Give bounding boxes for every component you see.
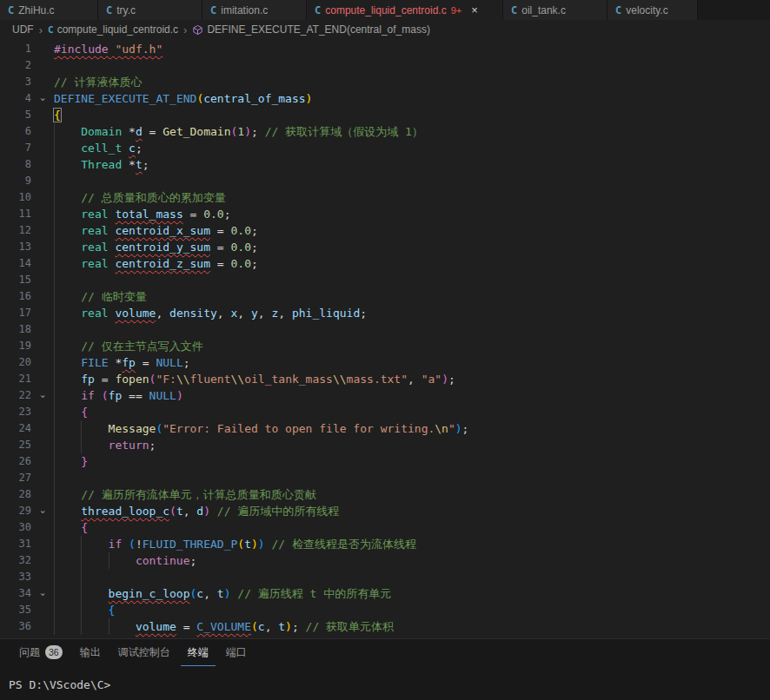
line-number: 2: [0, 57, 31, 74]
code-token: phi_liquid: [292, 307, 360, 320]
indent-guide: [54, 206, 81, 222]
tab-oil_tank-c[interactable]: Coil_tank.c: [503, 0, 607, 20]
fold-gutter: [31, 123, 54, 140]
code-line[interactable]: 16// 临时变量: [0, 288, 770, 305]
panel-tab-问题[interactable]: 问题36: [12, 640, 70, 666]
code-line[interactable]: 13real centroid_y_sum = 0.0;: [0, 239, 770, 255]
panel-tab-终端[interactable]: 终端: [181, 640, 216, 666]
code-line[interactable]: 19// 仅在主节点写入文件: [0, 338, 770, 354]
code-line[interactable]: 1#include "udf.h": [0, 41, 770, 57]
breadcrumb-item[interactable]: DEFINE_EXECUTE_AT_END(central_of_mass): [192, 23, 430, 36]
fold-gutter: [31, 206, 54, 222]
code-token: c: [258, 620, 265, 633]
code-line[interactable]: 36volume = C_VOLUME(c, t); // 获取单元体积: [0, 618, 770, 635]
code-line[interactable]: 30{: [0, 519, 770, 536]
code-token: // 获取计算域（假设为域 1）: [265, 125, 423, 138]
code-line[interactable]: 28// 遍历所有流体单元，计算总质量和质心贡献: [0, 486, 770, 503]
code-token: ;: [292, 620, 306, 633]
fold-gutter: [31, 272, 54, 288]
code-line[interactable]: 20FILE *fp = NULL;: [0, 354, 770, 371]
code-line[interactable]: 3// 计算液体质心: [0, 74, 770, 90]
code-token: continue: [136, 554, 190, 567]
code-line[interactable]: 15: [0, 272, 770, 288]
tab-imitation-c[interactable]: Cimitation.c: [202, 0, 307, 20]
indent-guide: [54, 453, 81, 470]
indent-guide: [54, 272, 81, 288]
code-line[interactable]: 5{: [0, 107, 770, 123]
tab-try-c[interactable]: Ctry.c: [98, 0, 202, 20]
code-line[interactable]: 2: [0, 57, 770, 74]
code-line[interactable]: 21fp = fopen("F:\\fluent\\oil_tank_mass\…: [0, 371, 770, 387]
code-editor[interactable]: 1#include "udf.h"23// 计算液体质心4›DEFINE_EXE…: [0, 39, 770, 638]
code-content: {: [54, 107, 770, 123]
code-content: real centroid_z_sum = 0.0;: [54, 255, 770, 272]
fold-chevron-icon[interactable]: ›: [31, 585, 54, 602]
indent-guide: [54, 123, 81, 140]
terminal-prompt: PS D:\VScode\C>: [9, 678, 110, 691]
code-line[interactable]: 32continue;: [0, 552, 770, 569]
indent-guide: [54, 618, 81, 635]
indent-guide: [54, 519, 81, 536]
line-number: 27: [0, 470, 31, 486]
tab-problems-badge: 9+: [451, 5, 462, 16]
code-line[interactable]: 35{: [0, 602, 770, 618]
code-line[interactable]: 14real centroid_z_sum = 0.0;: [0, 255, 770, 272]
code-line[interactable]: 18: [0, 321, 770, 338]
code-line[interactable]: 12real centroid_x_sum = 0.0;: [0, 222, 770, 239]
code-token: t: [244, 538, 251, 551]
indent-guide: [54, 569, 81, 585]
breadcrumb-item[interactable]: UDF: [12, 23, 34, 36]
code-line[interactable]: 24Message("Error: Failed to open file fo…: [0, 420, 770, 437]
panel-tab-输出[interactable]: 输出: [73, 640, 108, 666]
code-token: 0.0: [203, 208, 223, 221]
fold-chevron-icon[interactable]: ›: [31, 503, 54, 519]
line-number: 17: [0, 305, 31, 321]
code-line[interactable]: 4›DEFINE_EXECUTE_AT_END(central_of_mass): [0, 90, 770, 107]
code-token: NULL: [156, 356, 183, 369]
line-number: 1: [0, 41, 31, 57]
fold-chevron-icon[interactable]: ›: [31, 387, 54, 404]
indent-guide: [54, 387, 81, 404]
tab-close-icon[interactable]: ×: [471, 4, 478, 16]
panel-tab-调试控制台[interactable]: 调试控制台: [111, 640, 177, 666]
code-token: 0.0: [231, 257, 251, 270]
code-line[interactable]: 6Domain *d = Get_Domain(1); // 获取计算域（假设为…: [0, 123, 770, 140]
tab-compute_liquid_centroid-c[interactable]: Ccompute_liquid_centroid.c9+×: [307, 0, 503, 20]
code-line[interactable]: 31if (!FLUID_THREAD_P(t)) // 检查线程是否为流体线程: [0, 536, 770, 552]
code-token: oil_tank_mass: [244, 373, 333, 386]
fold-chevron-icon[interactable]: ›: [31, 90, 54, 107]
code-content: // 临时变量: [54, 288, 770, 305]
code-token: ): [441, 373, 448, 386]
code-line[interactable]: 33: [0, 569, 770, 585]
code-line[interactable]: 8Thread *t;: [0, 156, 770, 173]
fold-gutter: [31, 173, 54, 189]
indent-guide: [54, 420, 81, 437]
code-line[interactable]: 9: [0, 173, 770, 189]
breadcrumb-label: compute_liquid_centroid.c: [57, 23, 178, 36]
code-line[interactable]: 11real total_mass = 0.0;: [0, 206, 770, 222]
code-token: {: [54, 109, 61, 122]
code-line[interactable]: 10// 总质量和质心的累加变量: [0, 189, 770, 206]
line-number: 18: [0, 321, 31, 338]
c-file-icon: C: [511, 4, 517, 17]
code-line[interactable]: 25return;: [0, 437, 770, 453]
indent-guide: [81, 420, 108, 437]
code-line[interactable]: 17real volume, density, x, y, z, phi_liq…: [0, 305, 770, 321]
code-line[interactable]: 7cell_t c;: [0, 140, 770, 156]
line-number: 28: [0, 486, 31, 503]
line-number: 14: [0, 255, 31, 272]
panel-tab-端口[interactable]: 端口: [219, 640, 254, 666]
code-line[interactable]: 27: [0, 470, 770, 486]
line-number: 4: [0, 90, 31, 107]
code-line[interactable]: 29›thread_loop_c(t, d) // 遍历域中的所有线程: [0, 503, 770, 519]
code-token: centroid_z_sum: [115, 257, 210, 270]
code-token: Get_Domain: [163, 125, 230, 138]
code-line[interactable]: 34›begin_c_loop(c, t) // 遍历线程 t 中的所有单元: [0, 585, 770, 602]
breadcrumb-item[interactable]: Ccompute_liquid_centroid.c: [48, 23, 178, 36]
code-line[interactable]: 26}: [0, 453, 770, 470]
code-line[interactable]: 23{: [0, 404, 770, 420]
tab-velocity-c[interactable]: Cvelocity.c: [607, 0, 698, 20]
terminal-area[interactable]: PS D:\VScode\C>: [0, 666, 770, 691]
code-line[interactable]: 22›if (fp == NULL): [0, 387, 770, 404]
tab-ZhiHu-c[interactable]: CZhiHu.c: [0, 0, 98, 20]
